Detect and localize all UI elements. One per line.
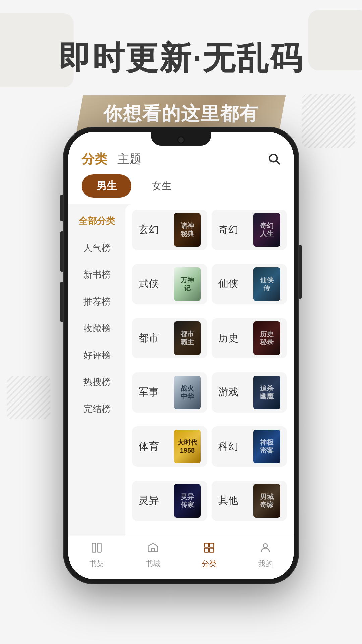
cat-lingyi-cover: 灵异传家 bbox=[174, 484, 201, 518]
gender-female-button[interactable]: 女生 bbox=[137, 174, 186, 198]
svg-rect-6 bbox=[210, 543, 214, 547]
category-icon bbox=[203, 542, 215, 557]
cat-dushi-cover: 都市霸主 bbox=[174, 321, 201, 355]
sidebar-item-all[interactable]: 全部分类 bbox=[68, 208, 125, 234]
cat-lishi-cover: 历史秘录 bbox=[253, 321, 280, 355]
cat-dushi[interactable]: 都市 都市霸主 bbox=[132, 318, 207, 358]
cat-tiyu-cover: 大时代1958 bbox=[174, 430, 201, 463]
store-icon bbox=[147, 542, 159, 557]
cat-lishi[interactable]: 历史 历史秘录 bbox=[212, 318, 287, 358]
sidebar: 全部分类 人气榜 新书榜 推荐榜 收藏榜 好评榜 热搜榜 完结榜 bbox=[68, 204, 125, 536]
sidebar-item-hot[interactable]: 热搜榜 bbox=[68, 369, 125, 395]
cat-youxi[interactable]: 游戏 追杀幽魔 bbox=[212, 372, 287, 413]
cat-youxi-cover: 追杀幽魔 bbox=[253, 376, 280, 409]
cat-qita-cover: 男城奇缘 bbox=[253, 484, 280, 518]
sidebar-item-popular[interactable]: 人气榜 bbox=[68, 234, 125, 261]
nav-category-label: 分类 bbox=[202, 559, 217, 569]
gender-male-button[interactable]: 男生 bbox=[82, 174, 131, 198]
phone-mockup: 分类 主题 男生 女生 bbox=[64, 127, 298, 584]
cat-qihuan[interactable]: 奇幻 奇幻人生 bbox=[212, 210, 287, 250]
category-grid: 玄幻 诸神秘典 奇幻 奇幻人生 武侠 bbox=[125, 204, 294, 536]
nav-bookshelf[interactable]: 书架 bbox=[68, 542, 125, 569]
hero-title: 即时更新·无乱码 bbox=[0, 40, 362, 76]
cat-qihuan-cover: 奇幻人生 bbox=[253, 213, 280, 247]
svg-rect-2 bbox=[92, 543, 96, 552]
bottom-nav: 书架 书城 bbox=[68, 536, 294, 579]
phone-notch bbox=[151, 132, 211, 146]
phone-vol-down-1 bbox=[60, 231, 63, 272]
cat-junshi-cover: 战火中华 bbox=[174, 376, 201, 409]
sidebar-item-recommend[interactable]: 推荐榜 bbox=[68, 288, 125, 315]
deco-stripe-left bbox=[7, 376, 50, 419]
header-tab-category[interactable]: 分类 bbox=[82, 151, 107, 168]
phone-camera bbox=[177, 136, 185, 144]
cat-xianxia[interactable]: 仙侠 仙侠传 bbox=[212, 264, 287, 304]
nav-store[interactable]: 书城 bbox=[125, 542, 181, 569]
phone-vol-up bbox=[60, 195, 63, 221]
profile-icon bbox=[259, 542, 272, 557]
header-tab-theme[interactable]: 主题 bbox=[117, 151, 141, 167]
phone-vol-down-2 bbox=[60, 282, 63, 322]
svg-rect-4 bbox=[152, 549, 155, 552]
svg-rect-3 bbox=[98, 543, 101, 552]
cat-xianxia-cover: 仙侠传 bbox=[253, 267, 280, 301]
main-layout: 全部分类 人气榜 新书榜 推荐榜 收藏榜 好评榜 热搜榜 完结榜 玄幻 bbox=[68, 204, 294, 536]
nav-profile-label: 我的 bbox=[258, 559, 273, 569]
sidebar-item-collect[interactable]: 收藏榜 bbox=[68, 315, 125, 342]
sidebar-item-new[interactable]: 新书榜 bbox=[68, 261, 125, 288]
cat-junshi[interactable]: 军事 战火中华 bbox=[132, 372, 207, 413]
svg-rect-7 bbox=[205, 548, 209, 552]
cat-lingyi[interactable]: 灵异 灵异传家 bbox=[132, 481, 207, 521]
svg-rect-8 bbox=[210, 548, 214, 552]
cat-kehuan-cover: 神极密客 bbox=[253, 430, 280, 463]
nav-bookshelf-label: 书架 bbox=[89, 559, 104, 569]
gender-tabs: 男生 女生 bbox=[68, 174, 294, 204]
nav-store-label: 书城 bbox=[145, 559, 160, 569]
svg-point-9 bbox=[263, 544, 267, 548]
nav-category[interactable]: 分类 bbox=[181, 542, 237, 569]
cat-wuxia[interactable]: 武侠 万神记 bbox=[132, 264, 207, 304]
sidebar-item-finished[interactable]: 完结榜 bbox=[68, 395, 125, 422]
bookshelf-icon bbox=[90, 542, 103, 557]
sidebar-item-rating[interactable]: 好评榜 bbox=[68, 342, 125, 369]
hero-subtitle: 你想看的这里都有 bbox=[103, 103, 259, 124]
cat-kehuan[interactable]: 科幻 神极密客 bbox=[212, 426, 287, 467]
hero-subtitle-wrap: 你想看的这里都有 bbox=[76, 95, 286, 133]
phone-power bbox=[299, 245, 302, 299]
cat-tiyu[interactable]: 体育 大时代1958 bbox=[132, 426, 207, 467]
app-content: 分类 主题 男生 女生 bbox=[68, 132, 294, 579]
svg-line-1 bbox=[276, 161, 279, 164]
svg-rect-5 bbox=[205, 543, 209, 547]
search-button[interactable] bbox=[267, 152, 280, 166]
hero-section: 即时更新·无乱码 你想看的这里都有 bbox=[0, 40, 362, 133]
cat-wuxia-cover: 万神记 bbox=[174, 267, 201, 301]
cat-xuanhuan[interactable]: 玄幻 诸神秘典 bbox=[132, 210, 207, 250]
cat-qita[interactable]: 其他 男城奇缘 bbox=[212, 481, 287, 521]
nav-profile[interactable]: 我的 bbox=[237, 542, 294, 569]
cat-xuanhuan-cover: 诸神秘典 bbox=[174, 213, 201, 247]
